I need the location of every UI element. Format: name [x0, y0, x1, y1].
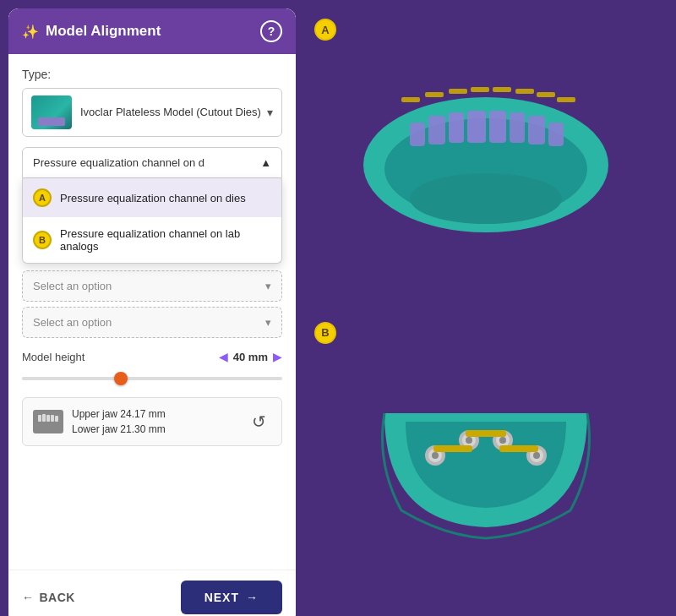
- model-thumbnail: [31, 95, 72, 129]
- svg-rect-3: [46, 415, 50, 422]
- svg-rect-2: [42, 414, 46, 422]
- chevron-down-icon-1: ▾: [265, 280, 271, 292]
- panel-body: Type: Ivoclar Plateless Model (Cutout Di…: [8, 54, 296, 570]
- svg-rect-5: [55, 416, 58, 422]
- select-option-2[interactable]: Select an option ▾: [22, 307, 282, 338]
- dropdown-item-b-label: Pressure equalization channel on lab ana…: [60, 227, 271, 253]
- help-icon[interactable]: ?: [260, 20, 282, 42]
- view-badge-a: A: [314, 19, 336, 41]
- svg-rect-14: [528, 116, 545, 144]
- select-options-wrap: Select an option ▾ Select an option ▾: [22, 270, 282, 338]
- svg-rect-15: [548, 123, 564, 146]
- pressure-dropdown[interactable]: Pressure equalization channel on d ▲ A P…: [22, 147, 282, 264]
- svg-rect-18: [449, 89, 467, 94]
- panel-footer: ← BACK NEXT →: [8, 570, 296, 616]
- model-height-row: Model height ◀ 40 mm ▶: [22, 350, 282, 363]
- slider-track: [22, 377, 282, 380]
- height-increase-btn[interactable]: ▶: [273, 350, 282, 363]
- dental-model-b-svg: [359, 379, 613, 540]
- svg-point-24: [410, 173, 562, 224]
- next-label: NEXT: [204, 591, 239, 604]
- svg-rect-8: [410, 123, 425, 146]
- select-option-1-placeholder: Select an option: [33, 280, 112, 292]
- pressure-dropdown-trigger[interactable]: Pressure equalization channel on d ▲: [22, 147, 282, 178]
- svg-rect-39: [499, 445, 538, 452]
- model-view-b: B: [304, 312, 668, 608]
- wand-icon: ✨: [22, 24, 39, 40]
- dropdown-item-b[interactable]: B Pressure equalization channel on lab a…: [23, 217, 281, 263]
- svg-rect-12: [489, 111, 506, 143]
- svg-rect-11: [467, 111, 486, 143]
- refresh-button[interactable]: ↺: [246, 409, 271, 434]
- select-option-1[interactable]: Select an option ▾: [22, 270, 282, 302]
- dropdown-menu: A Pressure equalization channel on dies …: [22, 178, 282, 264]
- svg-rect-38: [466, 430, 506, 437]
- svg-rect-9: [428, 116, 445, 144]
- slider-thumb[interactable]: [114, 372, 128, 385]
- svg-rect-1: [38, 415, 41, 422]
- model-height-section: Model height ◀ 40 mm ▶: [22, 350, 282, 446]
- pressure-current-value: Pressure equalization channel on d: [33, 156, 204, 169]
- svg-rect-37: [433, 445, 472, 452]
- height-decrease-btn[interactable]: ◀: [219, 350, 228, 363]
- dropdown-item-a-label: Pressure equalization channel on dies: [60, 192, 246, 204]
- svg-point-36: [533, 452, 540, 459]
- panel-title: Model Alignment: [46, 23, 161, 40]
- svg-rect-23: [557, 97, 575, 102]
- back-arrow-icon: ←: [22, 591, 35, 604]
- header-left: ✨ Model Alignment: [22, 23, 161, 40]
- select-option-2-placeholder: Select an option: [33, 316, 112, 329]
- upper-jaw-text: Upper jaw 24.17 mm: [72, 406, 246, 422]
- svg-point-33: [499, 437, 506, 444]
- svg-point-30: [466, 437, 472, 444]
- svg-rect-13: [510, 112, 525, 143]
- jaw-icon: [33, 410, 63, 433]
- model-view-a: A: [304, 8, 668, 305]
- model-type-text: Ivoclar Plateless Model (Cutout Dies): [80, 105, 262, 120]
- jaw-text: Upper jaw 24.17 mm Lower jaw 21.30 mm: [72, 406, 246, 437]
- chevron-up-icon: ▲: [260, 156, 271, 169]
- slider-fill: [22, 377, 126, 380]
- svg-rect-10: [449, 112, 464, 143]
- dental-model-a-svg: [351, 72, 621, 241]
- svg-rect-16: [401, 97, 420, 102]
- model-height-label: Model height: [22, 351, 84, 363]
- panel-header: ✨ Model Alignment ?: [8, 8, 296, 54]
- slider-container[interactable]: [22, 372, 282, 385]
- thumb-accent: [38, 117, 65, 126]
- type-label: Type:: [22, 68, 282, 81]
- back-button[interactable]: ← BACK: [22, 591, 75, 604]
- height-value-row: ◀ 40 mm ▶: [219, 350, 282, 363]
- lower-jaw-text: Lower jaw 21.30 mm: [72, 422, 246, 437]
- svg-rect-17: [425, 92, 444, 97]
- svg-rect-19: [471, 87, 489, 92]
- left-panel: ✨ Model Alignment ? Type: Ivoclar Platel…: [8, 8, 296, 616]
- dropdown-item-a[interactable]: A Pressure equalization channel on dies: [23, 178, 281, 217]
- svg-rect-21: [515, 89, 534, 94]
- next-button[interactable]: NEXT →: [181, 581, 282, 614]
- view-badge-b: B: [314, 322, 336, 344]
- model-type-select[interactable]: Ivoclar Plateless Model (Cutout Dies) ▾: [22, 88, 282, 137]
- jaw-info-row: Upper jaw 24.17 mm Lower jaw 21.30 mm ↺: [22, 397, 282, 446]
- chevron-down-icon-2: ▾: [265, 316, 271, 329]
- svg-point-27: [432, 452, 439, 459]
- svg-rect-22: [537, 92, 555, 97]
- svg-rect-20: [493, 87, 511, 92]
- chevron-down-icon: ▾: [267, 106, 273, 119]
- next-arrow-icon: →: [246, 591, 259, 604]
- back-label: BACK: [40, 591, 75, 604]
- right-panel: A B: [304, 0, 676, 616]
- badge-b: B: [33, 231, 52, 249]
- badge-a: A: [33, 188, 52, 207]
- svg-rect-4: [51, 415, 54, 422]
- height-value: 40 mm: [233, 351, 268, 363]
